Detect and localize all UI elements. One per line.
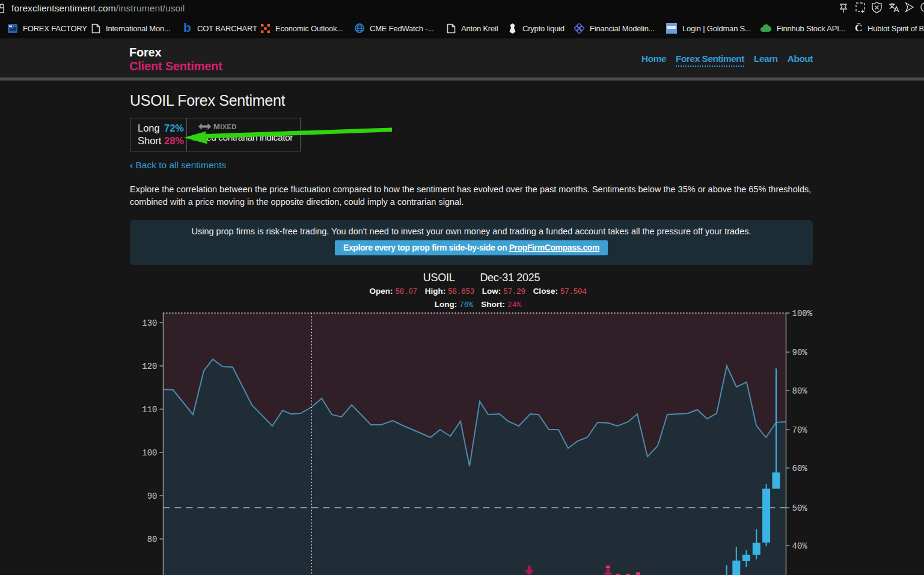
svg-text:90%: 90% [792, 348, 808, 357]
svg-text:50%: 50% [792, 504, 808, 513]
svg-text:80%: 80% [792, 386, 808, 396]
svg-text:60%: 60% [792, 464, 808, 473]
svg-text:80: 80 [147, 535, 158, 544]
svg-text:70%: 70% [792, 425, 808, 435]
svg-text:100%: 100% [792, 309, 813, 318]
svg-text:100: 100 [142, 448, 157, 458]
svg-text:90: 90 [147, 491, 158, 501]
svg-text:120: 120 [142, 362, 157, 371]
svg-text:b: b [183, 23, 191, 34]
svg-text:40%: 40% [792, 541, 808, 551]
svg-text:110: 110 [142, 405, 157, 415]
svg-text:130: 130 [142, 318, 157, 328]
